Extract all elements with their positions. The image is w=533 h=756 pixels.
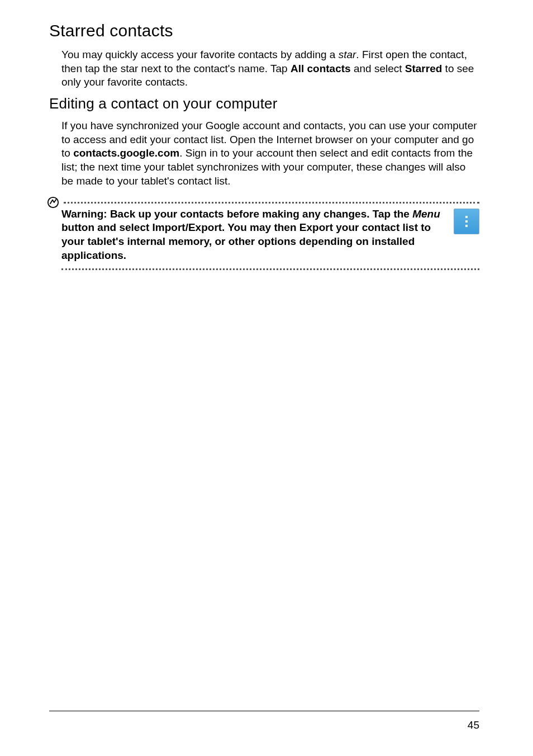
divider-dotted-bottom <box>61 268 479 270</box>
warning-block: Warning: Back up your contacts before ma… <box>61 196 479 271</box>
paragraph-starred: You may quickly access your favorite con… <box>61 48 479 89</box>
warning-text: Warning: Back up your contacts before ma… <box>61 207 444 263</box>
text: button and select Import/Export. You may… <box>61 221 431 261</box>
text-bold-starred: Starred <box>405 63 442 74</box>
warning-icon <box>47 196 59 209</box>
divider-dotted-top <box>64 202 479 204</box>
svg-point-0 <box>48 197 58 207</box>
text-italic-menu: Menu <box>412 208 440 220</box>
text: and select <box>351 63 405 74</box>
menu-dots-icon <box>465 216 468 227</box>
text: Warning: Back up your contacts before ma… <box>61 208 412 220</box>
text: You may quickly access your favorite con… <box>61 49 339 60</box>
footer-rule <box>49 711 479 711</box>
text-italic-star: star <box>339 49 356 60</box>
paragraph-editing: If you have synchronized your Google acc… <box>61 119 479 188</box>
heading-editing-contact: Editing a contact on your computer <box>49 95 479 112</box>
menu-button[interactable] <box>454 209 479 234</box>
text-bold-all-contacts: All contacts <box>291 63 351 74</box>
text-bold-url: contacts.google.com <box>73 147 179 159</box>
page-number: 45 <box>468 719 479 731</box>
heading-starred-contacts: Starred contacts <box>49 21 479 40</box>
